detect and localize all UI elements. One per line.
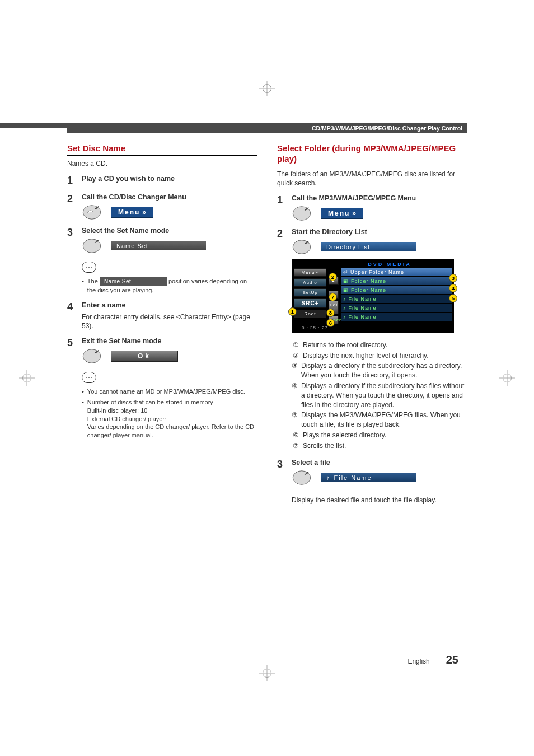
step-title: Start the Directory List	[292, 228, 467, 236]
svg-point-10	[293, 470, 311, 484]
svg-point-0	[83, 206, 101, 220]
note-icon	[82, 372, 96, 383]
note-bullet: • The Name Set position varies depending…	[82, 277, 257, 295]
callout-8: 8	[326, 309, 335, 317]
name-set-button[interactable]: Name Set	[111, 241, 206, 250]
step-title: Select a file	[292, 459, 467, 466]
scr-file-item[interactable]: ♪File Name	[341, 304, 452, 312]
step-number: 5	[67, 337, 76, 364]
crop-mark-left	[22, 374, 31, 382]
callout-desc-7: ⑦Scrolls the list.	[292, 441, 467, 451]
touch-hand-icon	[82, 348, 102, 364]
touch-hand-icon	[292, 470, 312, 486]
callout-desc-1: ①Returns to the root directory.	[292, 340, 467, 350]
step-number: 3	[67, 227, 76, 254]
step-title: Exit the Set Name mode	[82, 337, 257, 345]
file-icon: ♪	[343, 296, 346, 302]
step-title: Play a CD you wish to name	[82, 175, 257, 183]
callout-7: 7	[329, 293, 337, 301]
step-number: 4	[67, 301, 76, 330]
select-folder-title: Select Folder (during MP3/WMA/JPEG/MPEG …	[277, 143, 467, 166]
callout-6: 6	[326, 319, 335, 327]
file-icon: ♪	[343, 314, 346, 320]
step-5: 5 Exit the Set Name mode Ok	[67, 337, 257, 364]
scr-folder-item[interactable]: ▣Folder Name	[341, 277, 452, 285]
scr-setup-tab[interactable]: SetUp	[294, 288, 326, 297]
music-note-icon: ♪	[326, 474, 331, 481]
scr-menu-tab[interactable]: Menu«	[294, 268, 326, 277]
note-bullet: • Number of discs that can be stored in …	[82, 398, 257, 440]
footer-language: English	[407, 657, 429, 665]
set-disc-name-title: Set Disc Name	[67, 143, 257, 156]
note-text-pre: The	[87, 278, 98, 284]
svg-point-6	[293, 207, 311, 221]
step-4: 4 Enter a name For character entry detai…	[67, 301, 257, 330]
scr-src-tab[interactable]: SRC+	[294, 298, 326, 308]
svg-point-7	[306, 208, 308, 210]
note-text: Number of discs that can be stored in me…	[87, 399, 213, 405]
step-number: 1	[67, 175, 76, 186]
callout-1: 1	[288, 307, 297, 316]
note-text: You cannot name an MD or MP3/WMA/JPEG/MP…	[87, 388, 245, 396]
name-set-inline-button: Name Set	[100, 277, 167, 286]
section-header: CD/MP3/WMA/JPEG/MPEG/Disc Changer Play C…	[67, 123, 467, 133]
scr-file-item[interactable]: ♪File Name	[341, 295, 452, 303]
directory-list-button[interactable]: Directory List	[321, 242, 416, 251]
crop-mark-top	[263, 84, 271, 93]
file-name-button[interactable]: ♪File Name	[321, 473, 416, 482]
svg-point-5	[96, 351, 98, 353]
callout-2: 2	[329, 273, 337, 281]
crop-mark-right	[503, 374, 512, 382]
step-3: 3 Select a file ♪File Name Display the d…	[277, 459, 467, 505]
menu-button[interactable]: Menu	[321, 208, 363, 219]
step-title: Call the CD/Disc Changer Menu	[82, 193, 257, 201]
touch-hand-icon	[82, 204, 102, 220]
touch-hand-icon	[292, 239, 312, 255]
svg-point-2	[83, 239, 101, 253]
set-disc-name-lead: Names a CD.	[67, 159, 257, 168]
scr-file-item[interactable]: ♪File Name	[341, 313, 452, 321]
svg-point-9	[306, 241, 308, 244]
step-1: 1 Call the MP3/WMA/JPEG/MPEG Menu Menu	[277, 194, 467, 221]
note-text: External CD changer/ player:	[87, 416, 166, 422]
step-2: 2 Call the CD/Disc Changer Menu Menu	[67, 193, 257, 220]
svg-point-3	[96, 240, 98, 242]
callout-desc-2: ②Displays the next higher level of hiera…	[292, 351, 467, 361]
crop-mark-bottom	[263, 669, 271, 678]
callout-desc-4: ④Displays a directory if the subdirector…	[292, 381, 467, 409]
directory-list-screenshot: DVD MEDIA Menu« Audio SetUp SRC+ Root	[292, 259, 454, 333]
page-number: 25	[446, 654, 458, 666]
folder-up-icon: ⏎	[343, 269, 348, 275]
scr-upper-folder[interactable]: ⏎Upper Folder Name	[341, 268, 452, 276]
scr-audio-tab[interactable]: Audio	[294, 278, 326, 287]
step-number: 3	[277, 459, 286, 505]
select-folder-lead: The folders of an MP3/WMA/JPEG/MPEG disc…	[277, 170, 467, 188]
menu-button[interactable]: Menu	[111, 207, 153, 218]
touch-hand-icon	[82, 238, 102, 254]
step-title: Select the Set Name mode	[82, 227, 257, 235]
left-column: Set Disc Name Names a CD. 1 Play a CD yo…	[67, 143, 257, 505]
svg-point-11	[306, 472, 308, 474]
step-description: Display the desired file and touch the f…	[292, 496, 467, 505]
callout-desc-3: ③Displays a directory if the subdirector…	[292, 361, 467, 380]
step-3: 3 Select the Set Name mode Name Set	[67, 227, 257, 254]
note-text: Built-in disc player: 10	[87, 407, 148, 414]
page-content: CD/MP3/WMA/JPEG/MPEG/Disc Changer Play C…	[67, 123, 467, 505]
ok-button[interactable]: Ok	[111, 351, 178, 362]
scr-playtime: 0 : 35 : 27	[294, 325, 452, 330]
file-icon: ♪	[343, 305, 346, 311]
svg-point-1	[96, 207, 98, 209]
page-footer: English 25	[407, 654, 458, 666]
scr-folder-item[interactable]: ▣Folder Name	[341, 286, 452, 294]
scr-root-tab[interactable]: Root	[294, 310, 326, 318]
step-title: Enter a name	[82, 301, 257, 309]
note-bullet: • You cannot name an MD or MP3/WMA/JPEG/…	[82, 388, 257, 396]
callout-3: 3	[449, 274, 457, 282]
callout-5: 5	[449, 294, 457, 302]
note-icon	[82, 262, 96, 273]
callout-desc-5: ⑤Displays the MP3/WMA/JPEG/MPEG files. W…	[292, 410, 467, 430]
scr-title: DVD MEDIA	[327, 262, 452, 267]
folder-play-icon: ▣	[343, 287, 349, 293]
folder-icon: ▣	[343, 278, 349, 284]
callout-desc-6: ⑥Plays the selected directory.	[292, 431, 467, 440]
